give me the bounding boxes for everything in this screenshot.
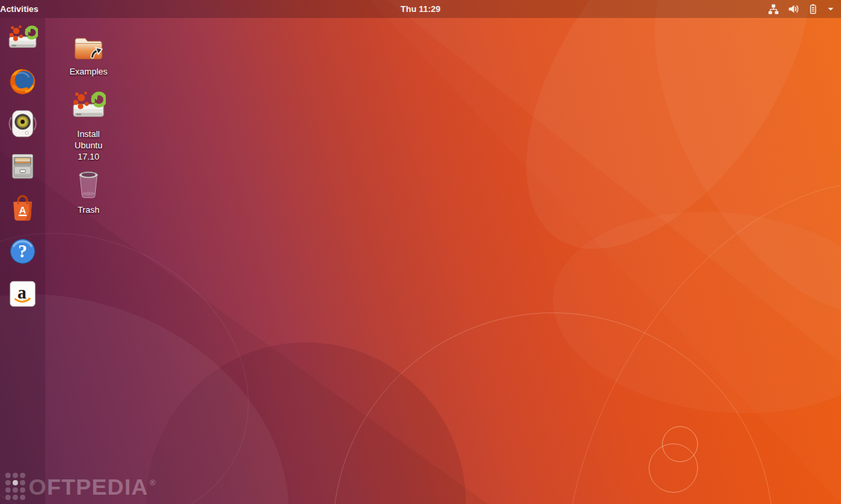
svg-text:a: a <box>17 283 27 303</box>
dock-item-help[interactable]: ? <box>7 236 38 267</box>
rhythmbox-speaker-icon <box>7 108 38 139</box>
dock-item-firefox[interactable] <box>7 66 38 96</box>
watermark-text: OFTPEDIA <box>29 474 148 499</box>
dock-item-ubuntu-installer[interactable] <box>7 23 38 54</box>
examples-folder-shortcut-icon <box>73 35 104 64</box>
dock-item-amazon[interactable]: a <box>7 279 38 309</box>
amazon-icon: a <box>7 279 38 309</box>
volume-high-icon <box>788 3 799 15</box>
desktop-icon-label: Install Ubuntu 17.10 <box>67 128 110 162</box>
desktop-icon-trash[interactable]: Trash <box>67 169 110 215</box>
top-bar: Activities Thu 11:29 <box>0 0 841 18</box>
network-wired-icon <box>768 3 779 15</box>
desktop-screen: OFTPEDIA® Examples <box>0 0 841 504</box>
desktop-icon-install-ubuntu[interactable]: Install Ubuntu 17.10 <box>67 89 110 162</box>
ubuntu-installer-icon <box>7 23 38 54</box>
dock: A ? a <box>0 18 45 504</box>
desktop-icon-label: Trash <box>78 204 100 215</box>
chevron-down-icon <box>827 5 834 13</box>
help-question-icon: ? <box>7 236 38 267</box>
wallpaper-shape <box>649 443 698 493</box>
wallpaper: OFTPEDIA® <box>0 0 841 504</box>
activities-button[interactable]: Activities <box>0 4 39 14</box>
ubuntu-software-bag-icon: A <box>7 193 38 224</box>
svg-text:A: A <box>19 205 26 215</box>
ubuntu-installer-icon <box>71 89 106 126</box>
firefox-icon <box>7 66 38 96</box>
files-cabinet-icon <box>7 151 38 182</box>
registered-mark: ® <box>150 478 156 487</box>
svg-text:?: ? <box>18 241 27 261</box>
system-menu-button[interactable] <box>768 0 834 18</box>
clock-button[interactable]: Thu 11:29 <box>401 4 440 14</box>
desktop-icon-examples[interactable]: Examples <box>67 35 110 77</box>
battery-full-icon <box>808 3 818 15</box>
desktop-icon-label: Examples <box>69 66 107 77</box>
trash-can-icon <box>75 169 102 202</box>
dock-item-ubuntu-software[interactable]: A <box>7 193 38 224</box>
dock-item-rhythmbox[interactable] <box>7 108 38 139</box>
dock-item-files[interactable] <box>7 151 38 182</box>
watermark-wordmark: OFTPEDIA® <box>29 475 156 498</box>
